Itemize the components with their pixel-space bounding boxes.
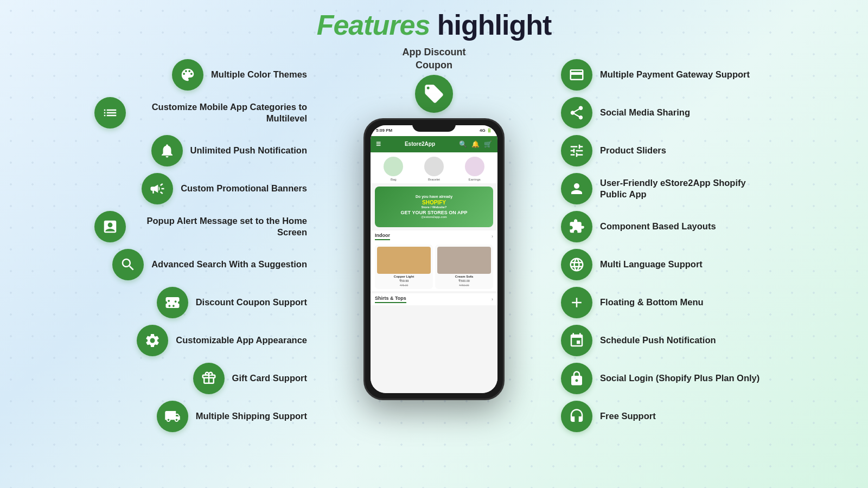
feature-icon-free-support — [561, 401, 592, 432]
feature-item-product-sliders: Product Sliders — [561, 133, 666, 169]
bell-nav-icon[interactable]: 🔔 — [471, 140, 480, 148]
feature-icon-user-friendly — [561, 173, 592, 204]
phone-content: Bag Bracelet Earrings — [371, 152, 497, 393]
feature-icon-advanced-search — [112, 249, 144, 280]
feature-icon-customizable-appearance — [137, 325, 168, 356]
feature-label-user-friendly: User-Friendly eStore2App Shopify Public … — [600, 177, 774, 201]
content-area: Multiple Color ThemesCustomize Mobile Ap… — [0, 41, 868, 488]
feature-icon-custom-banners — [142, 173, 173, 204]
cart-nav-icon[interactable]: 🛒 — [484, 140, 492, 148]
feature-item-discount-coupon: Discount Coupon Support — [157, 285, 307, 320]
feature-item-popup-alert: Popup Alert Message set to the Home Scre… — [94, 209, 307, 245]
phone-section-indoor: Indoor › — [371, 230, 497, 242]
feature-label-multi-language: Multi Language Support — [600, 259, 703, 270]
phone-nav-bar: ☰ Estore2App 🔍 🔔 🛒 — [371, 136, 497, 152]
product-cream-sofa: Cream Sofa ₹500.00 ₹750.00 — [435, 245, 493, 289]
feature-item-social-login: Social Login (Shopify Plus Plan Only) — [561, 361, 760, 396]
feature-icon-product-sliders — [561, 135, 592, 166]
left-features-column: Multiple Color ThemesCustomize Mobile Ap… — [11, 46, 307, 434]
feature-icon-multiple-payment — [561, 59, 592, 91]
feature-item-free-support: Free Support — [561, 399, 656, 434]
product-copper-light: Copper Light ₹59.99 ₹75.00 — [375, 245, 433, 289]
center-column: App DiscountCoupon 5:09 PM 4G 🔋 ☰ Estore… — [307, 46, 561, 400]
feature-icon-unlimited-push — [151, 135, 183, 166]
feature-item-multiple-payment: Multiple Payment Gateway Support — [561, 57, 750, 93]
feature-icon-multiple-shipping — [157, 401, 188, 432]
feature-icon-schedule-push — [561, 325, 592, 356]
feature-item-custom-banners: Custom Promotional Banners — [142, 171, 307, 207]
cat-earrings: Earrings — [456, 157, 493, 181]
title-normal: highlight — [430, 9, 551, 41]
title-highlight: Features — [317, 9, 430, 41]
phone-notch — [412, 120, 456, 132]
feature-label-advanced-search: Advanced Search With a Suggestion — [151, 259, 307, 270]
feature-label-multiple-shipping: Multiple Shipping Support — [196, 410, 307, 422]
phone-banner: Do you have already SHOPIFY Store / Webs… — [375, 187, 493, 227]
feature-item-user-friendly: User-Friendly eStore2App Shopify Public … — [561, 171, 774, 207]
right-features-column: Multiple Payment Gateway SupportSocial M… — [561, 46, 857, 434]
feature-icon-popup-alert — [94, 211, 126, 242]
cat-bag: Bag — [375, 157, 412, 181]
feature-label-multiple-color-themes: Multiple Color Themes — [211, 69, 307, 80]
feature-item-multiple-shipping: Multiple Shipping Support — [157, 399, 307, 434]
phone-product-grid: Copper Light ₹59.99 ₹75.00 Cream Sofa ₹5… — [371, 242, 497, 291]
feature-icon-multiple-color-themes — [172, 59, 203, 91]
feature-icon-component-layouts — [561, 211, 592, 242]
feature-item-customize-categories: Customize Mobile App Categories to Multi… — [94, 95, 307, 131]
feature-label-free-support: Free Support — [600, 410, 656, 422]
feature-label-discount-coupon: Discount Coupon Support — [196, 297, 307, 308]
feature-item-unlimited-push: Unlimited Push Notification — [151, 133, 307, 169]
feature-label-social-login: Social Login (Shopify Plus Plan Only) — [600, 373, 760, 384]
feature-label-customizable-appearance: Customizable App Appearance — [176, 335, 307, 346]
feature-icon-gift-card — [193, 363, 225, 394]
feature-label-gift-card: Gift Card Support — [232, 373, 307, 384]
phone-section-shirts: Shirts & Tops › — [371, 293, 497, 305]
feature-icon-discount-coupon — [157, 287, 188, 318]
feature-icon-floating-menu — [561, 287, 592, 318]
nav-icons: 🔍 🔔 🛒 — [459, 140, 492, 148]
phone-category-row: Bag Bracelet Earrings — [371, 152, 497, 183]
feature-icon-customize-categories — [94, 97, 126, 129]
cat-bracelet: Bracelet — [416, 157, 453, 181]
phone-time: 5:09 PM — [376, 128, 392, 133]
feature-label-unlimited-push: Unlimited Push Notification — [190, 145, 307, 156]
feature-label-floating-menu: Floating & Bottom Menu — [600, 297, 704, 308]
feature-label-schedule-push: Schedule Push Notification — [600, 335, 716, 346]
phone-screen: 5:09 PM 4G 🔋 ☰ Estore2App 🔍 🔔 🛒 — [371, 125, 497, 393]
hamburger-icon[interactable]: ☰ — [376, 141, 381, 147]
feature-item-schedule-push: Schedule Push Notification — [561, 323, 716, 358]
phone-mockup: 5:09 PM 4G 🔋 ☰ Estore2App 🔍 🔔 🛒 — [363, 118, 505, 400]
feature-item-advanced-search: Advanced Search With a Suggestion — [112, 247, 307, 282]
feature-item-multi-language: Multi Language Support — [561, 247, 703, 282]
app-name-label: Estore2App — [405, 141, 435, 147]
feature-item-component-layouts: Component Based Layouts — [561, 209, 716, 245]
page-title: Features highlight — [317, 10, 552, 41]
phone-signal: 4G 🔋 — [480, 128, 492, 133]
feature-label-multiple-payment: Multiple Payment Gateway Support — [600, 69, 750, 80]
feature-label-customize-categories: Customize Mobile App Categories to Multi… — [133, 101, 307, 125]
feature-label-component-layouts: Component Based Layouts — [600, 221, 716, 232]
feature-item-gift-card: Gift Card Support — [193, 361, 307, 396]
feature-label-social-media: Social Media Sharing — [600, 107, 690, 118]
feature-item-floating-menu: Floating & Bottom Menu — [561, 285, 704, 320]
feature-icon-social-login — [561, 363, 592, 394]
coupon-center-icon — [415, 75, 453, 113]
feature-label-popup-alert: Popup Alert Message set to the Home Scre… — [133, 215, 307, 239]
feature-icon-social-media — [561, 97, 592, 129]
feature-item-customizable-appearance: Customizable App Appearance — [137, 323, 307, 358]
feature-label-product-sliders: Product Sliders — [600, 145, 666, 156]
search-nav-icon[interactable]: 🔍 — [459, 140, 467, 148]
page-wrapper: Features highlight Multiple Color Themes… — [0, 0, 868, 488]
app-discount-label: App DiscountCoupon — [403, 46, 466, 72]
feature-icon-multi-language — [561, 249, 592, 280]
coupon-svg-icon — [423, 83, 445, 105]
feature-item-multiple-color-themes: Multiple Color Themes — [172, 57, 307, 93]
feature-item-social-media: Social Media Sharing — [561, 95, 690, 131]
feature-label-custom-banners: Custom Promotional Banners — [181, 183, 307, 194]
